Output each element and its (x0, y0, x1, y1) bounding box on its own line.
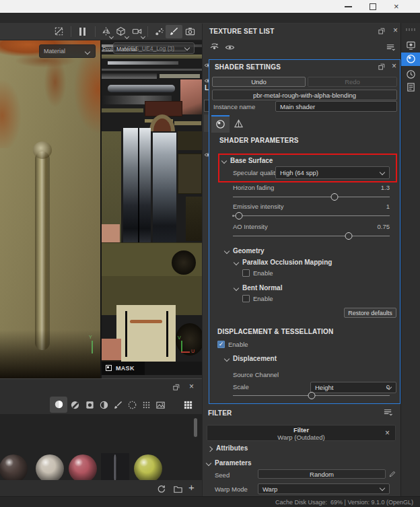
chevron-down-icon[interactable] (141, 34, 145, 39)
asset-thumbnails-area[interactable]: Fabric Lace Fabric Linen Fabric Nylon Fa… (0, 414, 202, 480)
slider-handle[interactable] (331, 193, 339, 201)
texture-tile (180, 79, 202, 114)
screenshot-camera-icon[interactable] (185, 26, 195, 36)
remove-filter-icon[interactable]: × (385, 429, 390, 437)
cube-3d-view-icon[interactable] (116, 26, 126, 36)
annotation-red-box (218, 154, 397, 182)
mask-bar[interactable]: MASK (102, 362, 202, 375)
section-chevron-icon[interactable] (206, 461, 211, 466)
section-chevron-icon[interactable] (234, 260, 239, 265)
bent-normal-enable-checkbox[interactable] (242, 295, 250, 302)
shader-name-button[interactable]: pbr-metal-rough-with-alpha-blending (212, 90, 397, 100)
section-chevron-icon[interactable] (224, 356, 230, 362)
texture-tile (108, 85, 175, 92)
close-panel-icon[interactable]: × (392, 62, 396, 70)
minimize-icon[interactable] (345, 6, 352, 7)
brush-tool-selected[interactable] (166, 25, 182, 38)
alpha-resource-icon[interactable] (85, 400, 95, 410)
history-icon[interactable] (406, 69, 416, 79)
section-chevron-icon[interactable] (224, 248, 230, 254)
displacement-enable-checkbox[interactable]: ✓ (217, 341, 225, 348)
right-dock-rail (400, 23, 420, 496)
texture-tile (172, 250, 196, 275)
smart-material-icon[interactable] (70, 400, 80, 410)
uv-gizmo-v-label: V (178, 335, 181, 340)
source-channel-label: Source Channel (233, 371, 279, 378)
ao-intensity-label: AO Intensity (233, 223, 268, 230)
redo-button[interactable]: Redo (308, 77, 397, 87)
scale-slider[interactable] (233, 395, 390, 396)
warp-mode-dropdown[interactable]: Warp (258, 483, 390, 494)
shader-parameters-header: SHADER PARAMETERS (219, 137, 299, 144)
float-panel-icon[interactable] (172, 383, 180, 391)
symmetry-disabled-icon[interactable] (54, 26, 64, 36)
float-panel-icon[interactable] (378, 63, 386, 71)
asset-type-selected[interactable] (50, 397, 67, 413)
panel-menu-icon[interactable] (386, 42, 396, 53)
chevron-down-icon[interactable] (109, 34, 114, 39)
slider-handle[interactable] (236, 212, 243, 219)
display-settings-icon[interactable] (406, 40, 416, 50)
attributes-section-title[interactable]: Attributes (216, 444, 248, 452)
procedural-icon[interactable] (127, 400, 137, 410)
material-thumbnail[interactable] (69, 454, 97, 480)
panel-menu-icon[interactable] (383, 407, 393, 417)
viewport-3d[interactable]: Y Material (0, 40, 100, 378)
scale-label: Scale (233, 383, 249, 391)
grid-view-icon[interactable] (183, 400, 193, 410)
dock-grip-handle[interactable] (406, 28, 416, 31)
parameters-section-title[interactable]: Parameters (215, 459, 251, 467)
section-chevron-right-icon[interactable] (207, 446, 213, 452)
ao-intensity-slider[interactable] (233, 236, 390, 236)
chevron-down-icon[interactable] (125, 34, 129, 39)
visibility-cycle-icon[interactable] (209, 42, 219, 53)
parallax-enable-checkbox[interactable] (242, 269, 250, 277)
undo-button[interactable]: Undo (212, 77, 306, 87)
seed-random-button[interactable]: Random (258, 469, 386, 479)
texture-tile (102, 224, 120, 243)
close-panel-icon[interactable]: × (189, 382, 194, 391)
instance-name-input[interactable]: Main shader (275, 101, 397, 112)
viewport-2d[interactable]: V U Profile: ACES_UE4_Log (3) Material M… (102, 40, 202, 375)
environment-icon[interactable] (155, 400, 166, 410)
texture-tile (160, 74, 200, 78)
tab-tessellation[interactable] (230, 115, 248, 133)
shading-mode-dropdown[interactable]: Material (39, 44, 96, 58)
material-thumbnail[interactable] (0, 454, 28, 480)
particles-icon[interactable] (154, 26, 164, 36)
shader-ball-icon (406, 54, 416, 64)
texture-tile (186, 197, 202, 241)
brush-preset-icon[interactable] (113, 400, 123, 410)
add-resource-icon[interactable]: + (188, 481, 195, 493)
seed-value: Random (310, 471, 334, 478)
pause-engine-icon[interactable] (79, 28, 87, 36)
pencil-icon[interactable] (388, 470, 396, 478)
scrollbar-thumb[interactable] (194, 418, 197, 437)
instance-name-value: Main shader (280, 103, 315, 110)
camera-view-icon[interactable] (132, 26, 142, 36)
material-thumbnail[interactable] (36, 454, 64, 480)
shader-settings-active-tab[interactable] (401, 53, 420, 66)
tab-shader[interactable] (211, 115, 230, 133)
slider-handle[interactable] (308, 392, 315, 399)
emissive-intensity-slider[interactable] (233, 215, 390, 216)
horizon-fading-slider[interactable] (233, 197, 390, 197)
pattern-icon[interactable] (141, 400, 151, 410)
slider-handle[interactable] (345, 232, 353, 240)
profile-label: Profile: (102, 46, 113, 53)
close-panel-icon[interactable]: × (393, 26, 398, 34)
filter-slot[interactable]: Filter Warp (Outdated) × (207, 425, 396, 441)
section-chevron-icon[interactable] (234, 285, 239, 291)
visibility-icon[interactable] (225, 42, 235, 53)
filter-resource-icon[interactable] (99, 400, 109, 410)
float-panel-icon[interactable] (378, 27, 386, 35)
add-resource-folder-icon[interactable] (173, 484, 183, 494)
refresh-shelf-icon[interactable] (156, 484, 166, 494)
restore-defaults-button[interactable]: Restore defaults (344, 308, 396, 318)
log-icon[interactable] (406, 82, 416, 92)
maximize-icon[interactable] (370, 3, 376, 10)
filter-panel-title: FILTER (208, 409, 232, 417)
close-window-icon[interactable]: × (394, 1, 399, 11)
material-thumbnail[interactable] (134, 454, 162, 480)
material-thumbnail[interactable] (101, 453, 129, 480)
